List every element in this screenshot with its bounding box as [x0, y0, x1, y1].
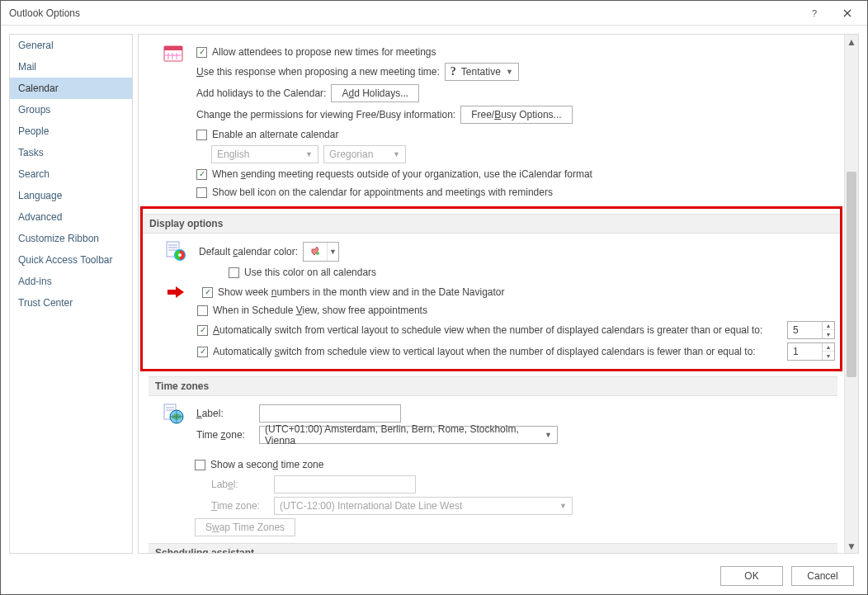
tz2-zone-label: Time zone: [211, 500, 269, 512]
titlebar: Outlook Options ? [1, 1, 867, 26]
sidebar-item-customize-ribbon[interactable]: Customize Ribbon [10, 228, 132, 249]
auto-to-vertical-spinner[interactable]: 1 ▲▼ [787, 342, 835, 361]
freebusy-button[interactable]: Free/Busy Options... [460, 106, 572, 124]
display-options-icon [159, 240, 192, 262]
close-button[interactable] [834, 3, 861, 23]
add-holidays-button[interactable]: Add Holidays... [331, 84, 419, 102]
tz2-zone-dropdown: (UTC-12:00) International Date Line West… [274, 497, 573, 515]
svg-point-14 [178, 253, 182, 257]
sidebar-item-trust-center[interactable]: Trust Center [10, 292, 132, 314]
auto-to-schedule-label: Automatically switch from vertical layou… [213, 324, 762, 336]
sidebar-item-qat[interactable]: Quick Access Toolbar [10, 249, 132, 271]
show-week-numbers-label: Show week numbers in the month view and … [218, 286, 505, 298]
show-second-tz-checkbox[interactable] [195, 460, 205, 470]
freebusy-label: Change the permissions for viewing Free/… [196, 109, 455, 120]
alt-language-dropdown: English▼ [211, 145, 318, 163]
bell-icon-checkbox[interactable] [196, 187, 207, 198]
svg-point-15 [316, 252, 319, 255]
category-sidebar: General Mail Calendar Groups People Task… [9, 34, 133, 554]
chevron-down-icon: ▼ [506, 68, 513, 76]
cancel-button[interactable]: Cancel [791, 566, 854, 586]
allow-propose-checkbox[interactable] [196, 47, 207, 58]
step-up-icon[interactable]: ▲ [823, 322, 834, 330]
response-type-label: Use this response when proposing a new m… [196, 66, 440, 78]
tz2-label-label: Label: [211, 479, 269, 490]
color-swatch-icon [304, 244, 327, 260]
window-title: Outlook Options [9, 7, 80, 19]
time-zones-icon [157, 403, 190, 424]
swap-time-zones-button: Swap Time Zones [195, 518, 295, 536]
auto-to-schedule-checkbox[interactable] [197, 325, 208, 336]
display-options-section: Display options Default calendar color: [140, 206, 842, 371]
step-up-icon[interactable]: ▲ [823, 343, 834, 352]
bell-icon-label: Show bell icon on the calendar for appoi… [212, 187, 553, 198]
chevron-down-icon: ▼ [545, 431, 552, 439]
schedule-free-checkbox[interactable] [197, 305, 208, 316]
icalendar-checkbox[interactable] [196, 169, 207, 180]
sidebar-item-people[interactable]: People [10, 120, 132, 142]
show-week-numbers-checkbox[interactable] [202, 287, 213, 298]
sidebar-item-general[interactable]: General [10, 35, 132, 56]
calendar-options-icon [157, 43, 190, 64]
auto-to-schedule-spinner[interactable]: 5 ▲▼ [787, 321, 835, 339]
sidebar-item-addins[interactable]: Add-ins [10, 271, 132, 292]
svg-text:?: ? [812, 9, 817, 17]
options-dialog: Outlook Options ? General Mail Calendar … [0, 0, 868, 595]
use-color-all-checkbox[interactable] [229, 267, 239, 278]
enable-alt-calendar-label: Enable an alternate calendar [212, 129, 338, 140]
scroll-up-icon[interactable]: ▲ [845, 35, 858, 49]
display-options-header: Display options [143, 214, 840, 234]
sidebar-item-language[interactable]: Language [10, 185, 132, 206]
sidebar-item-mail[interactable]: Mail [10, 56, 132, 78]
schedule-free-label: When in Schedule View, show free appoint… [213, 305, 427, 316]
ok-button[interactable]: OK [720, 566, 783, 586]
use-color-all-label: Use this color on all calendars [244, 267, 376, 278]
step-down-icon[interactable]: ▼ [823, 330, 834, 338]
icalendar-label: When sending meeting requests outside of… [212, 168, 592, 180]
main-panel: Allow attendees to propose new times for… [138, 34, 859, 554]
response-type-dropdown[interactable]: ? Tentative ▼ [445, 63, 519, 81]
tz-label-label: Label: [196, 408, 254, 419]
sidebar-item-calendar[interactable]: Calendar [10, 78, 132, 99]
scheduling-assistant-header: Scheduling assistant [149, 543, 837, 553]
sidebar-item-groups[interactable]: Groups [10, 99, 132, 120]
svg-rect-4 [164, 46, 182, 50]
tz2-label-input [274, 475, 416, 493]
auto-to-vertical-checkbox[interactable] [197, 347, 208, 357]
tz-label-input[interactable] [259, 404, 401, 423]
sidebar-item-tasks[interactable]: Tasks [10, 142, 132, 163]
dialog-footer: OK Cancel [1, 558, 867, 594]
allow-propose-label: Allow attendees to propose new times for… [212, 46, 436, 58]
add-holidays-label: Add holidays to the Calendar: [196, 87, 326, 99]
vertical-scrollbar[interactable]: ▲ ▼ [844, 35, 858, 553]
scroll-down-icon[interactable]: ▼ [845, 539, 858, 553]
tz-zone-label: Time zone: [196, 429, 254, 441]
time-zones-header: Time zones [149, 376, 837, 396]
tz-zone-dropdown[interactable]: (UTC+01:00) Amsterdam, Berlin, Bern, Rom… [259, 426, 558, 444]
sidebar-item-search[interactable]: Search [10, 163, 132, 185]
chevron-down-icon: ▼ [327, 243, 338, 261]
pointer-arrow-icon [164, 286, 184, 298]
default-color-label: Default calendar color: [199, 246, 298, 257]
step-down-icon[interactable]: ▼ [823, 352, 834, 360]
tentative-icon: ? [451, 65, 456, 78]
alt-calendar-type-dropdown: Gregorian▼ [323, 145, 406, 163]
sidebar-item-advanced[interactable]: Advanced [10, 206, 132, 228]
help-button[interactable]: ? [801, 3, 828, 23]
show-second-tz-label: Show a second time zone [210, 459, 323, 470]
auto-to-vertical-label: Automatically switch from schedule view … [213, 346, 756, 357]
default-color-dropdown[interactable]: ▼ [303, 242, 339, 262]
scroll-thumb[interactable] [847, 172, 856, 377]
enable-alt-calendar-checkbox[interactable] [196, 130, 207, 140]
